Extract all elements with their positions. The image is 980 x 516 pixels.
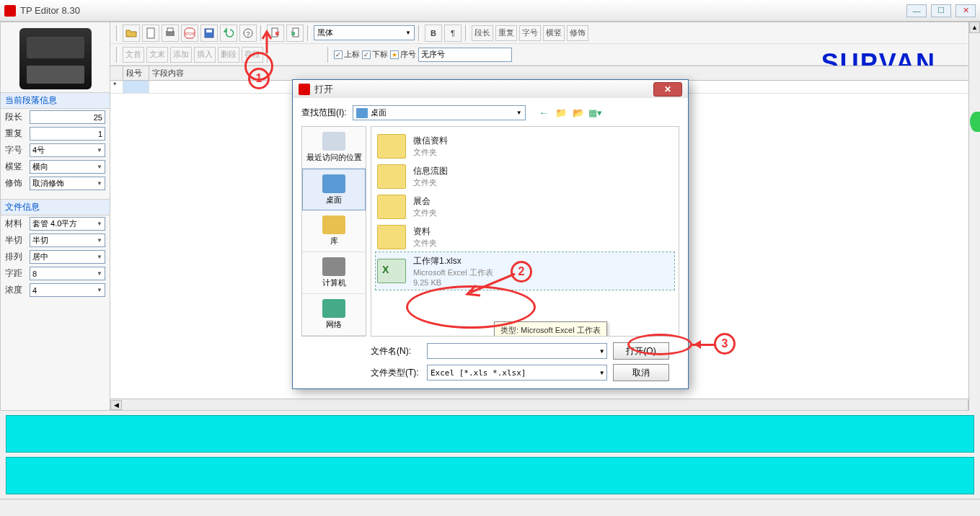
dialog-titlebar: 打开 ✕ (293, 80, 688, 98)
help-icon[interactable]: ? (239, 25, 257, 42)
place-network[interactable]: 网络 (302, 294, 366, 336)
file-list[interactable]: 微信资料文件夹 信息流图文件夹 展会文件夹 资料文件夹 工作簿1.xlsxMic… (371, 126, 679, 337)
folder-icon (377, 134, 406, 159)
btn-orient[interactable]: 横竖 (543, 25, 565, 41)
printer-image (19, 28, 92, 89)
lbl-orient: 横竖 (5, 161, 27, 173)
grid-header: 段号 字段内容 (110, 66, 979, 81)
btn-fontsize[interactable]: 字号 (519, 25, 541, 41)
file-item[interactable]: 展会文件夹 (376, 192, 674, 222)
open-icon[interactable] (123, 25, 140, 42)
place-recent[interactable]: 最近访问的位置 (302, 127, 366, 169)
print-icon[interactable] (162, 25, 179, 42)
lookin-select[interactable]: 桌面 (353, 105, 526, 120)
minimize-button[interactable]: — (906, 4, 927, 17)
select-halfcut[interactable]: 半切 (30, 233, 105, 247)
dialog-close-button[interactable]: ✕ (653, 82, 682, 97)
svg-rect-6 (206, 30, 212, 32)
section-current-para: 当前段落信息 (1, 92, 110, 109)
export-icon[interactable] (286, 25, 304, 42)
svg-text:STOP: STOP (185, 32, 195, 36)
newfolder-icon[interactable]: 📂 (572, 107, 585, 120)
grid-header-seg: 段号 (123, 66, 149, 80)
lbl-decor: 修饰 (5, 177, 27, 190)
excel-icon (377, 259, 406, 283)
chk-upper[interactable]: ✓上标 (334, 49, 360, 60)
open-dialog: 打开 ✕ 查找范围(I): 桌面 ← 📁 📂 ▦▾ 最近访问的位置 桌面 库 计… (292, 79, 689, 389)
svg-text:?: ? (246, 30, 250, 37)
vertical-scrollbar[interactable]: ▲ (968, 22, 980, 411)
btn-last[interactable]: 文末 (146, 47, 168, 63)
btn-add[interactable]: 添加 (170, 47, 192, 63)
undo-icon[interactable] (220, 25, 237, 42)
svg-rect-10 (293, 28, 299, 37)
scroll-left-icon[interactable]: ◀ (110, 400, 122, 410)
dialog-app-icon (299, 84, 310, 95)
edge-badge (970, 112, 980, 132)
filename-input[interactable] (427, 343, 607, 359)
place-libraries[interactable]: 库 (302, 210, 366, 252)
svg-rect-2 (167, 28, 173, 32)
preview-bar-2 (6, 457, 974, 494)
filetype-label: 文件类型(T): (371, 367, 421, 379)
chk-lower[interactable]: ✓下标 (362, 49, 388, 60)
chk-serial[interactable]: ★序号 (390, 49, 416, 60)
btn-seglen[interactable]: 段长 (472, 25, 493, 41)
bold-button[interactable]: B (425, 25, 442, 42)
bottom-scrollbar[interactable] (0, 499, 980, 510)
up-icon[interactable]: 📁 (555, 107, 568, 120)
annotation-number-1: 1 (248, 68, 270, 89)
select-material[interactable]: 套管 4.0平方 (30, 217, 105, 231)
new-icon[interactable] (142, 25, 159, 42)
paragraph-button[interactable]: ¶ (444, 25, 462, 42)
select-spacing[interactable]: 8 (30, 267, 105, 280)
annotation-arrow-1 (258, 29, 277, 55)
btn-repeat[interactable]: 重复 (495, 25, 517, 41)
btn-decor[interactable]: 修饰 (567, 25, 588, 41)
filetype-select[interactable]: Excel [*.xls *.xlsx] (427, 365, 607, 381)
toolbar-1: STOP ? 黑体 B ¶ 段长 重复 字号 横竖 修饰 (110, 22, 979, 44)
select-decor[interactable]: 取消修饰 (30, 177, 105, 190)
close-button[interactable]: ✕ (955, 4, 976, 17)
dialog-top-row: 查找范围(I): 桌面 ← 📁 📂 ▦▾ (301, 105, 679, 120)
folder-icon (377, 225, 406, 249)
input-repeat[interactable]: 1 (30, 127, 105, 141)
save-icon[interactable] (200, 25, 218, 42)
select-orient[interactable]: 横向 (30, 160, 105, 174)
font-select[interactable]: 黑体 (314, 25, 415, 40)
lbl-density: 浓度 (5, 284, 27, 296)
cancel-button[interactable]: 取消 (613, 364, 669, 381)
stop-icon[interactable]: STOP (181, 25, 198, 42)
lbl-fontsize: 字号 (5, 144, 27, 156)
file-item[interactable]: 微信资料文件夹 (376, 131, 674, 161)
scroll-up-icon[interactable]: ▲ (969, 22, 980, 33)
annotation-number-2: 2 (511, 261, 532, 283)
btn-first[interactable]: 文首 (123, 47, 144, 63)
select-fontsize[interactable]: 4号 (30, 143, 105, 157)
lbl-spacing: 字距 (5, 267, 27, 280)
lbl-material: 材料 (5, 218, 27, 230)
preview-bar-1 (6, 415, 974, 453)
open-button[interactable]: 打开(O) (613, 342, 669, 360)
back-icon[interactable]: ← (537, 107, 550, 120)
input-seglen[interactable]: 25 (30, 110, 105, 124)
file-item[interactable]: 信息流图文件夹 (376, 161, 674, 192)
place-computer[interactable]: 计算机 (302, 252, 366, 294)
select-density[interactable]: 4 (30, 283, 105, 297)
cell-seg[interactable] (123, 81, 149, 94)
file-item[interactable]: 资料文件夹 (376, 222, 674, 252)
btn-delseg[interactable]: 删段 (218, 47, 239, 63)
lookin-label: 查找范围(I): (301, 107, 347, 119)
serial-input[interactable]: 无序号 (418, 48, 512, 62)
grid-header-blank (110, 66, 123, 80)
place-desktop[interactable]: 桌面 (302, 169, 366, 210)
maximize-button[interactable]: ☐ (931, 4, 951, 17)
viewmode-icon[interactable]: ▦▾ (589, 107, 602, 120)
places-bar: 最近访问的位置 桌面 库 计算机 网络 (301, 126, 366, 337)
dialog-body: 查找范围(I): 桌面 ← 📁 📂 ▦▾ 最近访问的位置 桌面 库 计算机 网络… (293, 98, 688, 388)
horizontal-scrollbar[interactable]: ◀ ▶ (110, 399, 979, 410)
row-marker: * (110, 81, 123, 94)
section-file-info: 文件信息 (1, 199, 110, 215)
select-align[interactable]: 居中 (30, 250, 105, 264)
btn-insert[interactable]: 插入 (194, 47, 216, 63)
